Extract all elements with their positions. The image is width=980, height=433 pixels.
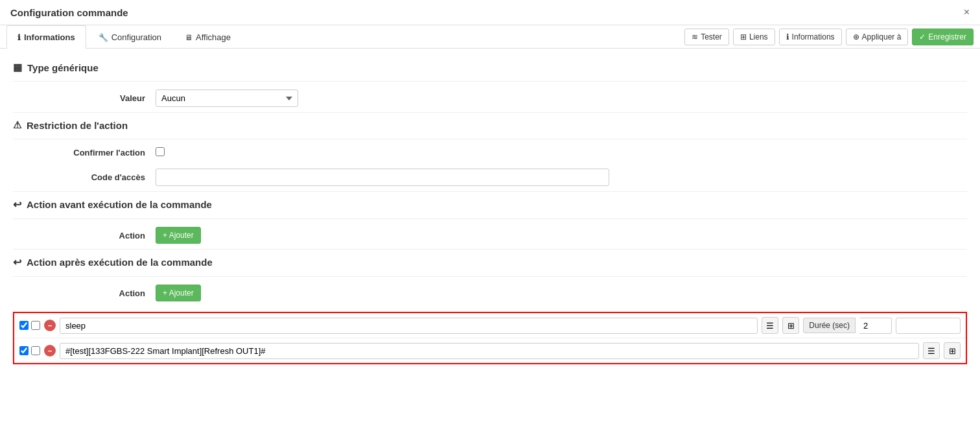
appliquer-button[interactable]: ⊕ Appliquer à — [846, 29, 909, 45]
row2-list-icon-btn[interactable]: ☰ — [923, 342, 940, 359]
valeur-control: Aucun — [156, 89, 415, 107]
divider-4 — [13, 276, 967, 277]
confirmer-label: Confirmer l'action — [13, 148, 156, 158]
tab-affichage-label: Affichage — [196, 32, 231, 42]
action-apres-label: Action — [13, 288, 156, 298]
row1-duration-label: Durée (sec) — [803, 318, 856, 333]
wrench-icon: 🔧 — [99, 33, 108, 42]
tab-informations-label: Informations — [24, 32, 75, 42]
action-avant-ajouter-button[interactable]: + Ajouter — [156, 227, 201, 244]
row2-checkbox-1[interactable] — [19, 346, 29, 355]
action-avant-ajouter-label: + Ajouter — [163, 231, 194, 240]
info-icon: ℹ — [18, 33, 21, 42]
rss-icon: ≋ — [692, 32, 698, 41]
confirmer-control — [156, 147, 415, 158]
informations-label: Informations — [792, 32, 835, 41]
tab-bar: ℹ Informations 🔧 Configuration 🖥 Afficha… — [0, 25, 980, 49]
row1-grid-icon: ⊞ — [788, 321, 795, 331]
action-apres-title: Action après exécution de la commande — [27, 257, 213, 268]
row1-delete-button[interactable]: – — [44, 320, 56, 331]
action-avant-label: Action — [13, 231, 156, 240]
valeur-row: Valeur Aucun — [13, 84, 967, 112]
action-avant-control: + Ajouter — [156, 227, 415, 244]
row2-checks — [19, 346, 40, 355]
liens-label: Liens — [749, 32, 768, 41]
links-icon: ⊞ — [740, 32, 747, 41]
restriction-title: Restriction de l'action — [27, 120, 128, 131]
action-avant-row: Action + Ajouter — [13, 222, 967, 249]
code-input[interactable] — [156, 169, 609, 186]
confirmer-row: Confirmer l'action — [13, 142, 967, 163]
row1-checkbox-1[interactable] — [19, 321, 29, 330]
check-circle-icon: ✓ — [919, 32, 926, 41]
divider-3 — [13, 218, 967, 219]
action-rows-container: – ☰ ⊞ Durée (sec) – ☰ — [13, 312, 967, 364]
table-row: – ☰ ⊞ — [14, 338, 966, 363]
action-avant-title: Action avant exécution de la commande — [27, 199, 212, 210]
tab-affichage[interactable]: 🖥 Affichage — [174, 25, 242, 49]
main-content: ▦ Type générique Valeur Aucun ⚠ Restrict… — [0, 49, 980, 371]
enregistrer-button[interactable]: ✓ Enregistrer — [912, 29, 974, 45]
tab-informations[interactable]: ℹ Informations — [6, 25, 86, 49]
type-generique-section-header: ▦ Type générique — [13, 55, 967, 78]
modal-title: Configuration commande — [10, 7, 128, 18]
divider-2 — [13, 139, 967, 139]
plus-circle-icon: ⊕ — [853, 32, 859, 41]
warning-icon: ⚠ — [13, 119, 21, 131]
toolbar-buttons: ≋ Tester ⊞ Liens ℹ Informations ⊕ Appliq… — [684, 29, 974, 45]
code-label: Code d'accès — [13, 172, 156, 182]
row1-list-icon: ☰ — [766, 321, 774, 331]
tester-label: Tester — [701, 32, 722, 41]
tabs: ℹ Informations 🔧 Configuration 🖥 Afficha… — [6, 25, 243, 48]
row2-list-icon: ☰ — [928, 346, 935, 356]
action-apres-icon: ↩ — [13, 256, 21, 268]
row1-after-input[interactable] — [896, 318, 961, 334]
row1-checkbox-2[interactable] — [31, 321, 40, 330]
row2-text-input[interactable] — [60, 343, 919, 359]
type-generique-icon: ▦ — [13, 62, 22, 73]
row2-minus-icon: – — [48, 346, 52, 355]
row1-checks — [19, 321, 40, 330]
code-control — [156, 169, 609, 186]
row2-grid-icon: ⊞ — [949, 346, 956, 356]
enregistrer-label: Enregistrer — [928, 32, 966, 41]
action-apres-row: Action + Ajouter — [13, 279, 967, 307]
action-apres-control: + Ajouter — [156, 285, 415, 301]
table-row: – ☰ ⊞ Durée (sec) — [14, 313, 966, 338]
row1-grid-icon-btn[interactable]: ⊞ — [782, 317, 799, 334]
valeur-label: Valeur — [13, 93, 156, 103]
row2-grid-icon-btn[interactable]: ⊞ — [944, 342, 961, 359]
restriction-section-header: ⚠ Restriction de l'action — [13, 112, 967, 136]
close-icon[interactable]: × — [964, 6, 970, 18]
row2-checkbox-2[interactable] — [31, 346, 40, 355]
row2-delete-button[interactable]: – — [44, 345, 56, 357]
row1-text-input[interactable] — [60, 318, 758, 334]
row1-minus-icon: – — [48, 321, 52, 330]
tab-configuration[interactable]: 🔧 Configuration — [88, 25, 172, 49]
code-row: Code d'accès — [13, 163, 967, 191]
valeur-select[interactable]: Aucun — [156, 89, 298, 107]
monitor-icon: 🖥 — [185, 33, 192, 42]
tab-configuration-label: Configuration — [111, 32, 161, 42]
row1-duration-input[interactable] — [859, 318, 892, 334]
row1-list-icon-btn[interactable]: ☰ — [762, 317, 778, 334]
appliquer-label: Appliquer à — [862, 32, 902, 41]
divider-1 — [13, 81, 967, 82]
type-generique-title: Type générique — [27, 62, 99, 73]
confirmer-checkbox[interactable] — [156, 147, 165, 156]
tester-button[interactable]: ≋ Tester — [684, 29, 729, 45]
informations-button[interactable]: ℹ Informations — [779, 29, 842, 45]
action-apres-section-header: ↩ Action après exécution de la commande — [13, 249, 967, 274]
info-circle-icon: ℹ — [786, 32, 789, 41]
action-apres-ajouter-label: + Ajouter — [163, 288, 194, 298]
liens-button[interactable]: ⊞ Liens — [733, 29, 775, 45]
action-avant-icon: ↩ — [13, 198, 21, 211]
action-apres-ajouter-button[interactable]: + Ajouter — [156, 285, 201, 301]
action-avant-section-header: ↩ Action avant exécution de la commande — [13, 191, 967, 216]
modal-title-bar: Configuration commande × — [0, 0, 980, 25]
